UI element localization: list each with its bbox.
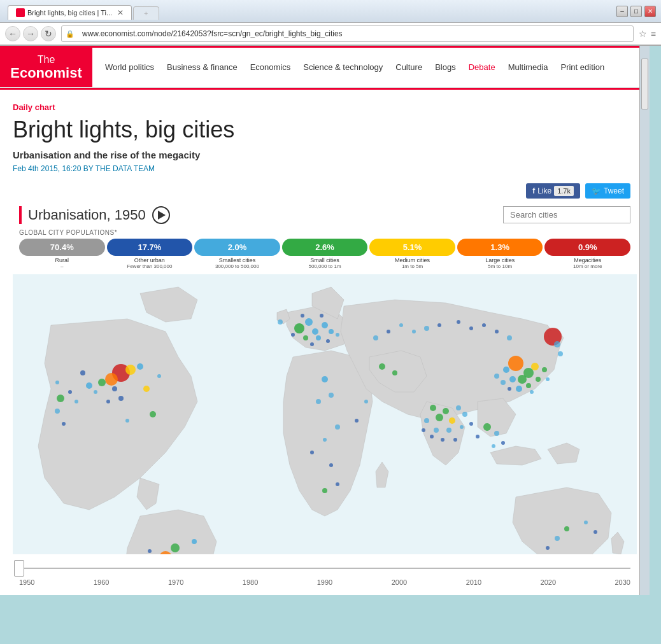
back-button[interactable]: ←	[5, 26, 20, 41]
legend-name-3: Small cities	[310, 257, 339, 263]
svg-point-18	[57, 395, 64, 402]
nav-economics[interactable]: Economics	[244, 57, 297, 77]
svg-point-79	[526, 383, 531, 388]
timeline-label-2000: 2000	[392, 578, 407, 586]
svg-point-110	[546, 546, 550, 550]
svg-point-101	[483, 423, 491, 431]
article: Daily chart Bright lights, big cities Ur…	[0, 90, 650, 595]
svg-point-59	[443, 408, 449, 414]
nav-debate[interactable]: Debate	[462, 57, 502, 77]
nav-print-edition[interactable]: Print edition	[554, 57, 611, 77]
url-input[interactable]	[77, 27, 629, 40]
svg-point-48	[399, 323, 403, 327]
svg-point-33	[322, 322, 328, 328]
nav-science-technology[interactable]: Science & technology	[297, 57, 389, 77]
svg-point-109	[593, 530, 597, 534]
svg-point-94	[323, 438, 327, 442]
svg-point-51	[437, 323, 441, 327]
refresh-button[interactable]: ↻	[41, 26, 56, 41]
svg-point-46	[373, 335, 378, 340]
timeline-label-2020: 2020	[541, 578, 556, 586]
svg-point-1	[105, 373, 118, 386]
svg-point-74	[518, 375, 527, 384]
timeline-label-1970: 1970	[168, 578, 183, 586]
svg-point-75	[531, 363, 539, 370]
svg-point-95	[310, 451, 314, 454]
scrollbar-thumb[interactable]	[641, 59, 648, 109]
minimize-button[interactable]: –	[616, 6, 628, 17]
nav-world-politics[interactable]: World politics	[99, 57, 160, 77]
legend-sub-4: 1m to 5m	[402, 263, 423, 269]
svg-point-63	[424, 418, 429, 423]
svg-point-7	[118, 396, 124, 401]
timeline-label-2010: 2010	[466, 578, 481, 586]
browser-chrome: Bright lights, big cities | Ti... ✕ + – …	[0, 0, 661, 46]
legend-bar-3[interactable]: 2.6%	[282, 239, 368, 256]
svg-point-14	[80, 370, 85, 375]
svg-point-57	[430, 405, 436, 411]
address-bar-icons: ☆ ≡	[639, 29, 656, 39]
legend-bar-1[interactable]: 17.7%	[107, 239, 193, 256]
legend-pct-6: 0.9%	[546, 242, 629, 252]
main-nav: World politics Business & finance Econom…	[92, 57, 650, 77]
svg-point-54	[482, 323, 486, 327]
play-button[interactable]	[152, 206, 170, 224]
nav-business-finance[interactable]: Business & finance	[160, 57, 244, 77]
svg-point-84	[530, 390, 534, 394]
search-cities-input[interactable]	[503, 206, 630, 223]
legend-name-4: Medium cities	[395, 257, 430, 263]
article-title: Bright lights, big cities	[13, 116, 637, 143]
nav-multimedia[interactable]: Multimedia	[502, 57, 555, 77]
svg-point-19	[55, 409, 60, 414]
svg-point-43	[278, 319, 283, 325]
legend-pct-3: 2.6%	[283, 242, 367, 252]
tab-bar: Bright lights, big cities | Ti... ✕ +	[5, 3, 162, 20]
facebook-like-button[interactable]: f Like 1.7k	[526, 183, 580, 199]
forward-button[interactable]: →	[23, 26, 38, 41]
timeline-labels: 1950 1960 1970 1980 1990 2000 2010 2020 …	[19, 578, 630, 586]
svg-point-58	[436, 414, 443, 421]
window-controls: – □ ✕	[616, 6, 656, 17]
nav-blogs[interactable]: Blogs	[429, 57, 462, 77]
svg-point-13	[125, 419, 129, 423]
svg-point-53	[469, 326, 473, 330]
legend-bar-6[interactable]: 0.9%	[544, 239, 630, 256]
scrollbar[interactable]	[639, 46, 650, 595]
economist-logo[interactable]: The Economist	[0, 48, 92, 87]
menu-icon[interactable]: ≡	[651, 29, 656, 39]
legend-pct-1: 17.7%	[108, 242, 192, 252]
svg-point-98	[322, 488, 327, 493]
lock-icon: 🔒	[66, 30, 75, 38]
legend-name-5: Large cities	[485, 257, 515, 263]
svg-point-90	[322, 376, 328, 382]
play-icon	[158, 211, 166, 220]
legend-bar-5[interactable]: 1.3%	[457, 239, 543, 256]
legend-bar-0[interactable]: 70.4%	[19, 239, 105, 256]
star-icon[interactable]: ☆	[639, 29, 647, 39]
svg-point-20	[62, 422, 66, 426]
svg-point-61	[456, 405, 461, 410]
timeline-thumb[interactable]	[14, 560, 24, 577]
legend-sub-2: 300,000 to 500,000	[215, 263, 259, 269]
svg-point-92	[316, 399, 321, 404]
nav-culture[interactable]: Culture	[389, 57, 429, 77]
svg-point-16	[157, 374, 161, 378]
like-count: 1.7k	[554, 186, 574, 196]
tab-favicon	[16, 8, 25, 17]
twitter-tweet-button[interactable]: 🐦 Tweet	[585, 183, 630, 199]
svg-point-30	[294, 323, 304, 333]
legend-bar-4[interactable]: 5.1%	[369, 239, 455, 256]
active-tab[interactable]: Bright lights, big cities | Ti... ✕	[8, 5, 132, 20]
tab-close-button[interactable]: ✕	[117, 8, 124, 17]
svg-point-60	[449, 417, 455, 424]
svg-point-26	[192, 539, 197, 544]
new-tab-button[interactable]: +	[133, 6, 159, 20]
close-button[interactable]: ✕	[644, 6, 656, 17]
legend-pct-2: 2.0%	[195, 242, 279, 252]
legend-bar-2[interactable]: 2.0%	[194, 239, 280, 256]
maximize-button[interactable]: □	[630, 6, 642, 17]
title-bar: Bright lights, big cities | Ti... ✕ + – …	[0, 0, 661, 23]
svg-point-80	[536, 377, 541, 382]
svg-point-85	[542, 367, 547, 372]
svg-point-55	[495, 330, 499, 333]
